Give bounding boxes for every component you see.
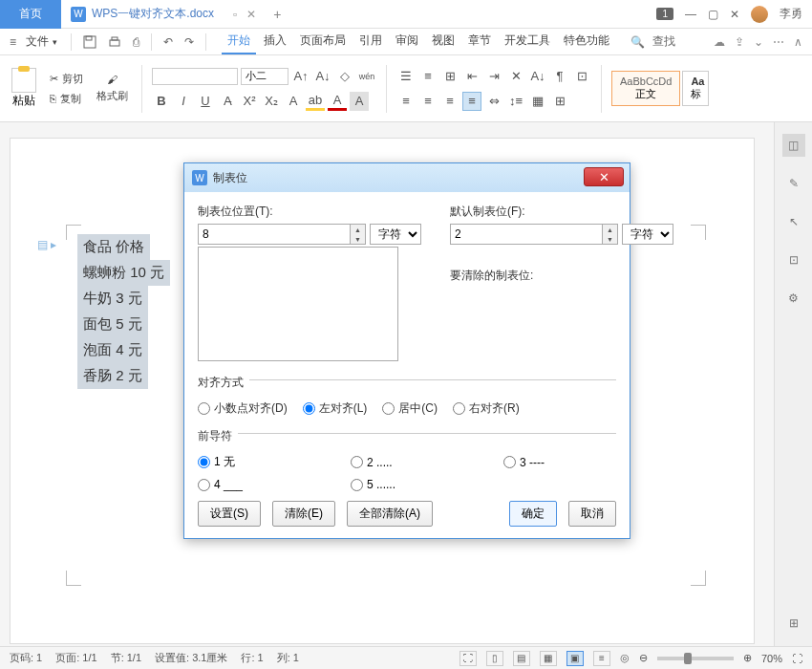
eye-icon[interactable]: ◎	[620, 652, 630, 664]
align-decimal-radio[interactable]: 小数点对齐(D)	[198, 400, 288, 417]
preview-icon[interactable]: ⎙	[129, 33, 143, 51]
status-page-no[interactable]: 页码: 1	[10, 651, 42, 665]
tab-page-layout[interactable]: 页面布局	[294, 29, 352, 54]
leader-dashes-radio[interactable]: 3 ----	[503, 454, 599, 470]
tab-section[interactable]: 章节	[462, 29, 497, 54]
align-center-radio[interactable]: 居中(C)	[382, 400, 438, 417]
tab-developer[interactable]: 开发工具	[499, 29, 556, 54]
text-line[interactable]: 面包 5 元	[77, 312, 148, 337]
strikethrough-button[interactable]: A̵	[218, 92, 237, 111]
print-icon[interactable]	[104, 33, 125, 51]
text-effects-button[interactable]: A	[284, 92, 303, 111]
tab-new-icon[interactable]: +	[273, 7, 281, 22]
increase-font-icon[interactable]: A↑	[291, 67, 310, 86]
notification-badge[interactable]: 1	[656, 8, 673, 20]
text-line[interactable]: 食品 价格	[77, 234, 150, 260]
italic-button[interactable]: I	[174, 92, 193, 111]
phonetic-icon[interactable]: wén	[357, 67, 376, 86]
bold-button[interactable]: B	[152, 92, 171, 111]
highlight-button[interactable]: ab	[306, 92, 325, 111]
fit-icon[interactable]: ⛶	[792, 653, 802, 664]
spin-down-icon[interactable]: ▼	[351, 234, 365, 244]
view-draft-icon[interactable]: ≡	[593, 651, 610, 666]
zoom-slider[interactable]	[657, 657, 734, 660]
undo-icon[interactable]: ↶	[160, 33, 177, 51]
decrease-indent-icon[interactable]: ⇤	[462, 67, 481, 86]
window-minimize-icon[interactable]: —	[685, 8, 696, 21]
redo-icon[interactable]: ↷	[181, 33, 198, 51]
text-direction-icon[interactable]: ✕	[506, 67, 525, 86]
set-button[interactable]: 设置(S)	[198, 501, 261, 527]
view-web-icon[interactable]: ▦	[540, 651, 557, 666]
tabstop-unit-select[interactable]: 字符	[370, 224, 421, 245]
page-content[interactable]: ▤ ▸ 食品 价格 螺蛳粉 10 元 牛奶 3 元 面包 5 元 泡面 4 元 …	[77, 234, 170, 389]
align-right-radio[interactable]: 右对齐(R)	[453, 400, 520, 417]
tab-menu-icon[interactable]: ▫	[233, 8, 237, 21]
tab-document[interactable]: W WPS一键对齐文本.docx	[61, 6, 224, 22]
align-left-icon[interactable]: ≡	[396, 92, 416, 111]
search-label[interactable]: 查找	[652, 33, 675, 50]
status-line[interactable]: 行: 1	[241, 651, 263, 665]
increase-indent-icon[interactable]: ⇥	[484, 67, 503, 86]
view-fullscreen-icon[interactable]: ⛶	[459, 651, 477, 666]
view-outline-icon[interactable]: ▤	[513, 651, 530, 666]
spin-up-icon[interactable]: ▲	[603, 225, 617, 234]
distribute-icon[interactable]: ⇔	[484, 92, 503, 111]
default-unit-select[interactable]: 字符	[622, 224, 673, 245]
sort-icon[interactable]: A↓	[528, 67, 547, 86]
tab-home[interactable]: 首页	[0, 0, 61, 29]
dialog-close-button[interactable]: ✕	[584, 167, 624, 186]
expand-icon[interactable]: ∧	[794, 35, 802, 49]
status-section[interactable]: 节: 1/1	[111, 651, 141, 665]
tab-insert[interactable]: 插入	[258, 29, 292, 54]
sidebar-pencil-icon[interactable]: ✎	[782, 172, 805, 195]
cut-button[interactable]: ✂ 剪切	[46, 70, 87, 88]
align-left-radio[interactable]: 左对齐(L)	[303, 400, 368, 417]
spin-down-icon[interactable]: ▼	[603, 234, 617, 244]
status-col[interactable]: 列: 1	[277, 651, 299, 665]
align-justify-icon[interactable]: ≡	[462, 92, 481, 111]
more-icon[interactable]: ⋯	[773, 35, 784, 49]
sidebar-pointer-icon[interactable]: ↖	[782, 210, 805, 233]
font-size-select[interactable]	[241, 68, 288, 85]
zoom-out-icon[interactable]: ⊖	[639, 652, 648, 664]
tab-review[interactable]: 审阅	[390, 29, 424, 54]
numbering-icon[interactable]: ≡	[418, 67, 438, 86]
leader-dots-radio[interactable]: 2 .....	[351, 454, 446, 470]
default-tabstop-input[interactable]	[451, 225, 602, 244]
align-center-icon[interactable]: ≡	[418, 92, 438, 111]
align-right-icon[interactable]: ≡	[440, 92, 459, 111]
status-page[interactable]: 页面: 1/1	[55, 651, 96, 665]
zoom-in-icon[interactable]: ⊕	[743, 652, 752, 664]
shading-icon[interactable]: ▦	[528, 92, 547, 111]
borders-top-icon[interactable]: ⊡	[572, 67, 591, 86]
paste-button[interactable]: 粘贴	[8, 64, 40, 113]
font-color-button[interactable]: A	[328, 92, 347, 111]
collapse-icon[interactable]: ⌄	[754, 35, 763, 49]
tab-start[interactable]: 开始	[222, 29, 256, 54]
search-icon[interactable]: 🔍	[627, 33, 649, 51]
save-icon[interactable]	[79, 33, 100, 51]
clear-all-button[interactable]: 全部清除(A)	[347, 501, 433, 527]
line-spacing-icon[interactable]: ↕≡	[506, 92, 525, 111]
cloud-icon[interactable]: ☁	[714, 35, 725, 49]
underline-button[interactable]: U	[196, 92, 215, 111]
leader-none-radio[interactable]: 1 无	[198, 454, 293, 470]
decrease-font-icon[interactable]: A↓	[313, 67, 332, 86]
style-normal[interactable]: AaBbCcDd 正文	[611, 71, 680, 106]
share-icon[interactable]: ⇪	[735, 35, 744, 49]
clear-format-icon[interactable]: ◇	[335, 67, 354, 86]
text-line[interactable]: 螺蛳粉 10 元	[77, 260, 170, 286]
tab-close-icon[interactable]: ✕	[246, 8, 256, 21]
sidebar-apps-icon[interactable]: ⊞	[782, 612, 805, 635]
superscript-button[interactable]: X²	[240, 92, 259, 111]
paragraph-options-icon[interactable]: ▤ ▸	[37, 238, 56, 251]
tabstop-listbox[interactable]	[198, 247, 398, 361]
window-close-icon[interactable]: ✕	[730, 8, 739, 21]
copy-button[interactable]: ⎘ 复制	[46, 90, 87, 108]
leader-dots2-radio[interactable]: 5 ......	[351, 478, 446, 491]
clear-button[interactable]: 清除(E)	[272, 501, 335, 527]
tab-view[interactable]: 视图	[426, 29, 460, 54]
text-line[interactable]: 牛奶 3 元	[77, 286, 148, 312]
tab-references[interactable]: 引用	[353, 29, 388, 54]
